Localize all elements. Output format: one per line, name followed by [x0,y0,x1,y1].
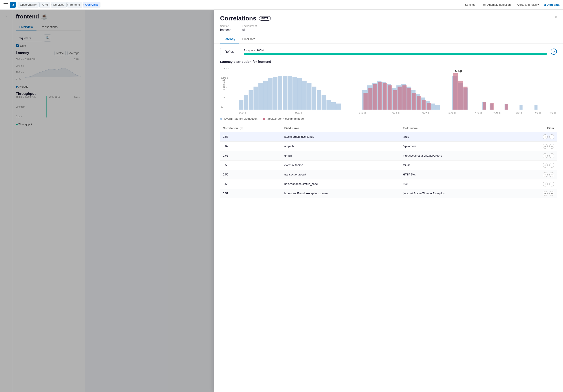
svg-rect-9 [249,90,253,110]
remove-filter-button[interactable]: − [549,163,554,168]
svg-rect-62 [412,93,416,110]
correlation-value: 0.65 [220,151,282,160]
progress-bar-fill [244,53,547,55]
svg-rect-50 [520,105,523,110]
svg-text:2.0 s: 2.0 s [448,111,456,114]
svg-rect-25 [326,100,331,110]
settings-button[interactable]: Settings [463,2,477,7]
progress-settings-icon[interactable]: ⚙ [551,49,557,55]
svg-rect-43 [435,105,440,110]
svg-text:0.1 s: 0.1 s [295,111,302,114]
svg-rect-60 [402,86,407,110]
row-actions: + − [516,151,557,160]
chevron-down-icon: ▾ [537,3,539,6]
svg-rect-68 [463,87,467,110]
field-value-value: failure [400,160,516,170]
breadcrumb-apm[interactable]: APM [39,2,50,7]
row-actions: + − [516,141,557,151]
svg-rect-53 [368,88,372,110]
add-filter-button[interactable]: + [543,191,548,196]
add-filter-button[interactable]: + [543,153,548,158]
svg-rect-42 [430,104,435,110]
svg-rect-7 [239,100,243,110]
alerts-rules-button[interactable]: Alerts and rules ▾ [517,3,539,6]
table-row: 0.56 http.response.status_code 500 + − [220,179,557,189]
svg-rect-58 [393,90,397,110]
dist-chart-title: Latency distribution for frontend [220,60,557,63]
close-button[interactable]: ✕ [552,14,559,20]
svg-rect-10 [253,87,258,110]
table-row: 0.51 labels.antiFraud_exception_cause ja… [220,189,557,198]
correlation-value: 0.56 [220,170,282,179]
field-name-value: url.full [282,151,400,160]
field-value-value: large [400,132,516,142]
add-filter-button[interactable]: + [543,163,548,168]
remove-filter-button[interactable]: − [549,172,554,177]
field-value-value: HTTP 5xx [400,170,516,179]
correlation-info-icon[interactable]: i [240,127,243,130]
table-row: 0.87 labels.orderPriceRange large + − [220,132,557,142]
refresh-button[interactable]: Refresh [220,48,240,55]
meta-row: Service frontend Environment All [220,24,557,32]
svg-rect-56 [383,83,387,110]
svg-rect-22 [312,87,316,110]
row-actions: + − [516,170,557,179]
field-name-value: event.outcome [282,160,400,170]
svg-rect-63 [417,97,421,110]
svg-rect-51 [534,105,537,110]
remove-filter-button[interactable]: − [549,191,554,196]
overlay-tab-bar: Latency Error rate [214,35,563,43]
tab-error-rate[interactable]: Error rate [239,35,259,43]
field-name-value: transaction.result [282,170,400,179]
breadcrumb-overview[interactable]: Overview [83,2,101,7]
correlation-value: 0.56 [220,160,282,170]
hamburger-menu[interactable] [3,3,8,7]
add-filter-button[interactable]: + [543,135,548,139]
svg-rect-18 [292,77,297,110]
add-filter-button[interactable]: + [543,144,548,149]
field-value-value: 500 [400,179,516,189]
svg-text:0.7 s: 0.7 s [422,111,429,114]
svg-rect-61 [407,88,411,110]
correlation-value: 0.67 [220,141,282,151]
row-actions: + − [516,189,557,198]
remove-filter-button[interactable]: − [549,182,554,186]
svg-rect-14 [273,77,277,110]
legend-selected-dot [263,118,265,120]
svg-rect-66 [453,73,458,110]
field-name-value: labels.orderPriceRange [282,132,400,142]
add-filter-button[interactable]: + [543,172,548,177]
anomaly-detection-button[interactable]: ◎ Anomaly detection [482,2,512,7]
field-name-value: http.response.status_code [282,179,400,189]
field-value-value: /api/orders [400,141,516,151]
svg-rect-67 [458,81,463,110]
add-filter-button[interactable]: + [543,182,548,186]
svg-text:1: 1 [221,106,223,108]
svg-rect-21 [307,83,311,110]
correlations-title: Correlations [220,15,256,22]
top-nav: D Observability APM Services frontend Ov… [0,0,563,10]
remove-filter-button[interactable]: − [549,153,554,158]
overlay-title-row: Correlations BETA [220,15,557,22]
breadcrumb-frontend[interactable]: frontend [67,2,82,7]
field-value-value: http://localhost:8080/api/orders [400,151,516,160]
svg-rect-19 [297,78,302,110]
svg-rect-69 [483,102,486,110]
svg-text:95p: 95p [455,70,462,73]
breadcrumb-observability[interactable]: Observability [18,2,39,7]
environment-meta: Environment All [242,24,257,32]
remove-filter-button[interactable]: − [549,144,554,149]
correlation-value: 0.87 [220,132,282,142]
service-label: Service [220,24,231,28]
svg-rect-17 [287,76,292,110]
add-data-button[interactable]: ⊞ Add data [543,3,560,6]
svg-text:20 s: 20 s [516,111,522,114]
row-actions: + − [516,132,557,142]
breadcrumb-services[interactable]: Services [51,2,67,7]
beta-badge: BETA [259,16,271,21]
svg-rect-55 [378,82,382,110]
tab-latency[interactable]: Latency [220,35,239,43]
remove-filter-button[interactable]: − [549,135,554,139]
progress-row: Refresh Progress: 100% ⚙ [220,48,557,55]
table-row: 0.67 url.path /api/orders + − [220,141,557,151]
